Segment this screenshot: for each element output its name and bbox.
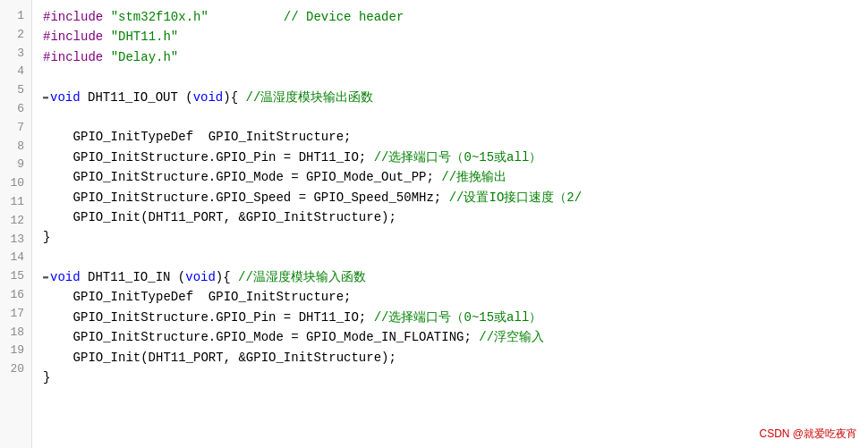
line-number: 8 (0, 138, 31, 156)
line-number: 15 (0, 267, 31, 286)
code-line: ▬void DHT11_IO_IN (void){ //温湿度模块输入函数 (43, 267, 857, 287)
line-number: 11 (0, 193, 31, 212)
code-area: #include "stm32f10x.h" // Device header#… (32, 0, 868, 448)
code-line: GPIO_InitStructure.GPIO_Pin = DHT11_IO; … (43, 148, 857, 167)
line-number: 17 (0, 305, 31, 324)
collapse-icon[interactable]: ▬ (43, 90, 48, 105)
collapse-icon[interactable]: ▬ (43, 270, 48, 284)
token: GPIO_Init(DHT11_PORT, &GPIO_InitStructur… (43, 348, 396, 368)
token: //推挽输出 (441, 167, 506, 187)
line-number: 19 (0, 342, 31, 360)
line-number: 5 (0, 81, 31, 100)
line-number: 9 (0, 156, 31, 174)
line-number: 20 (0, 360, 31, 379)
token: void (50, 267, 81, 287)
footer-watermark: CSDN @就爱吃夜宵 (759, 426, 857, 443)
token: void (193, 88, 224, 107)
token: GPIO_InitTypeDef GPIO_InitStructure; (43, 287, 351, 307)
line-number: 1 (0, 7, 31, 26)
code-line (43, 107, 857, 127)
token: "stm32f10x.h" (111, 7, 208, 27)
token: //温湿度模块输入函数 (238, 267, 366, 287)
line-number: 14 (0, 249, 31, 267)
token: DHT11_IO_OUT ( (81, 88, 193, 107)
code-line: GPIO_InitStructure.GPIO_Pin = DHT11_IO; … (43, 308, 857, 327)
code-line: } (43, 368, 857, 387)
token: } (43, 368, 50, 387)
code-line (43, 387, 857, 407)
token: GPIO_InitStructure.GPIO_Pin = DHT11_IO; (43, 308, 374, 327)
code-line (43, 67, 857, 87)
token: GPIO_InitStructure.GPIO_Mode = GPIO_Mode… (43, 327, 479, 347)
code-line: #include "stm32f10x.h" // Device header (43, 7, 857, 27)
line-number: 18 (0, 324, 31, 342)
token: //浮空输入 (479, 327, 544, 347)
token (103, 7, 110, 27)
line-number: 2 (0, 26, 31, 45)
line-number: 6 (0, 100, 31, 119)
token: // Device (208, 7, 359, 27)
line-number: 16 (0, 286, 31, 305)
token: #include (43, 27, 103, 46)
token: GPIO_InitStructure.GPIO_Mode = GPIO_Mode… (43, 167, 441, 187)
code-line: #include "Delay.h" (43, 47, 857, 67)
code-line: } (43, 227, 857, 247)
token: #include (43, 7, 103, 27)
token: "Delay.h" (111, 47, 179, 67)
token: GPIO_Init(DHT11_PORT, &GPIO_InitStructur… (43, 207, 396, 227)
token: //温湿度模块输出函数 (245, 88, 373, 107)
token: header (359, 7, 404, 27)
token: GPIO_InitStructure.GPIO_Pin = DHT11_IO; (43, 148, 374, 167)
token: #include (43, 47, 103, 67)
line-number: 4 (0, 63, 31, 81)
token (103, 47, 110, 67)
code-line: GPIO_InitTypeDef GPIO_InitStructure; (43, 287, 857, 307)
token: "DHT11.h" (111, 27, 179, 46)
token (103, 27, 110, 46)
token: //选择端口号（0~15或all） (374, 308, 542, 327)
token: GPIO_InitStructure.GPIO_Speed = GPIO_Spe… (43, 188, 449, 207)
token: DHT11_IO_IN ( (81, 267, 186, 287)
code-line: GPIO_Init(DHT11_PORT, &GPIO_InitStructur… (43, 207, 857, 227)
token: ){ (223, 88, 245, 107)
code-container: 1234567891011121314151617181920 #include… (0, 0, 868, 448)
code-line: ▬void DHT11_IO_OUT (void){ //温湿度模块输出函数 (43, 88, 857, 107)
line-number: 3 (0, 45, 31, 63)
line-numbers: 1234567891011121314151617181920 (0, 0, 32, 448)
code-line: #include "DHT11.h" (43, 27, 857, 46)
token: void (185, 267, 216, 287)
code-line: GPIO_InitTypeDef GPIO_InitStructure; (43, 127, 857, 147)
token: void (50, 88, 81, 107)
code-line: GPIO_InitStructure.GPIO_Speed = GPIO_Spe… (43, 188, 857, 207)
code-line: GPIO_Init(DHT11_PORT, &GPIO_InitStructur… (43, 348, 857, 368)
code-line: GPIO_InitStructure.GPIO_Mode = GPIO_Mode… (43, 167, 857, 187)
code-line: GPIO_InitStructure.GPIO_Mode = GPIO_Mode… (43, 327, 857, 347)
code-line (43, 248, 857, 267)
token: //选择端口号（0~15或all） (374, 148, 542, 167)
line-number: 13 (0, 231, 31, 249)
line-number: 7 (0, 119, 31, 138)
token: ){ (216, 267, 238, 287)
token: GPIO_InitTypeDef GPIO_InitStructure; (43, 127, 351, 147)
token: //设置IO接口速度（2/ (449, 188, 582, 207)
line-number: 10 (0, 174, 31, 193)
token: } (43, 227, 50, 247)
line-number: 12 (0, 212, 31, 231)
